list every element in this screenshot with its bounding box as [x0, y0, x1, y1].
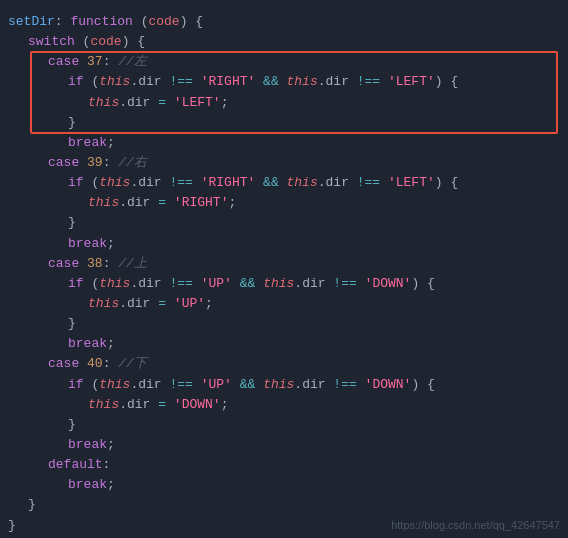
token-punct: } — [68, 417, 76, 432]
token-prop: .dir — [119, 195, 158, 210]
token-punct — [79, 54, 87, 69]
token-punct: ( — [84, 74, 100, 89]
token-punct: : — [103, 155, 119, 170]
code-line: break; — [0, 133, 568, 153]
token-param: code — [148, 14, 179, 29]
code-line: } — [0, 113, 568, 133]
token-str-pink: 'DOWN' — [365, 377, 412, 392]
token-punct — [79, 155, 87, 170]
token-punct — [380, 74, 388, 89]
code-line: case 38: //上 — [0, 254, 568, 274]
token-prop: .dir — [318, 74, 357, 89]
token-op: !== — [169, 175, 192, 190]
token-punct: } — [68, 316, 76, 331]
token-this: this — [99, 276, 130, 291]
token-punct — [232, 276, 240, 291]
token-punct: } — [8, 518, 16, 533]
code-line: } — [0, 314, 568, 334]
token-kw: function — [70, 14, 132, 29]
token-prop: .dir — [119, 95, 158, 110]
token-punct — [79, 356, 87, 371]
token-this: this — [263, 377, 294, 392]
token-op: && — [263, 74, 279, 89]
code-line: break; — [0, 234, 568, 254]
token-this: this — [88, 397, 119, 412]
token-punct: ; — [107, 236, 115, 251]
token-prop: .dir — [130, 377, 169, 392]
token-op: !== — [333, 377, 356, 392]
token-punct: } — [68, 115, 76, 130]
token-str-pink: 'LEFT' — [388, 175, 435, 190]
token-op: = — [158, 95, 166, 110]
token-punct: ; — [107, 135, 115, 150]
token-punct: : — [55, 14, 71, 29]
token-comment: //左 — [118, 54, 147, 69]
token-kw: break — [68, 437, 107, 452]
token-op: = — [158, 397, 166, 412]
token-num: 38 — [87, 256, 103, 271]
token-punct — [79, 256, 87, 271]
token-this: this — [88, 195, 119, 210]
token-punct — [166, 397, 174, 412]
token-punct — [166, 296, 174, 311]
token-param: code — [90, 34, 121, 49]
token-punct: ; — [205, 296, 213, 311]
token-this: this — [287, 74, 318, 89]
token-punct: } — [68, 215, 76, 230]
token-kw: default — [48, 457, 103, 472]
token-punct — [193, 74, 201, 89]
token-punct — [357, 377, 365, 392]
token-punct: ( — [75, 34, 91, 49]
token-punct: ) { — [411, 377, 434, 392]
token-comment: //右 — [118, 155, 147, 170]
token-str-pink: 'DOWN' — [365, 276, 412, 291]
code-line: this.dir = 'DOWN'; — [0, 395, 568, 415]
token-prop: .dir — [130, 276, 169, 291]
token-str-pink: 'RIGHT' — [201, 74, 256, 89]
token-kw: if — [68, 276, 84, 291]
token-punct: ; — [221, 95, 229, 110]
token-punct — [193, 276, 201, 291]
token-kw: break — [68, 477, 107, 492]
token-prop: .dir — [119, 296, 158, 311]
code-line: case 37: //左 — [0, 52, 568, 72]
token-punct — [193, 175, 201, 190]
token-this: this — [287, 175, 318, 190]
token-prop: .dir — [130, 74, 169, 89]
token-punct: ; — [228, 195, 236, 210]
token-fn: setDir — [8, 14, 55, 29]
code-line: if (this.dir !== 'UP' && this.dir !== 'D… — [0, 375, 568, 395]
code-line: setDir: function (code) { — [0, 12, 568, 32]
token-punct: ) { — [411, 276, 434, 291]
token-op: !== — [169, 276, 192, 291]
token-comment: //下 — [118, 356, 147, 371]
token-kw: break — [68, 336, 107, 351]
token-punct — [279, 175, 287, 190]
token-punct: ( — [84, 276, 100, 291]
token-kw: case — [48, 356, 79, 371]
code-line: break; — [0, 334, 568, 354]
token-str-pink: 'DOWN' — [174, 397, 221, 412]
token-punct: : — [103, 54, 119, 69]
token-str-pink: 'UP' — [201, 276, 232, 291]
token-punct: : — [103, 356, 119, 371]
token-kw: case — [48, 256, 79, 271]
token-str-pink: 'LEFT' — [174, 95, 221, 110]
code-line: break; — [0, 475, 568, 495]
code-line: } — [0, 415, 568, 435]
code-line: if (this.dir !== 'UP' && this.dir !== 'D… — [0, 274, 568, 294]
token-op: && — [263, 175, 279, 190]
token-punct — [166, 95, 174, 110]
code-line: if (this.dir !== 'RIGHT' && this.dir !==… — [0, 173, 568, 193]
token-op: && — [240, 276, 256, 291]
token-punct: ) { — [435, 175, 458, 190]
token-kw: case — [48, 54, 79, 69]
token-op: = — [158, 195, 166, 210]
token-op: !== — [169, 377, 192, 392]
token-this: this — [88, 95, 119, 110]
code-line: this.dir = 'RIGHT'; — [0, 193, 568, 213]
code-container: setDir: function (code) {switch (code) {… — [0, 8, 568, 538]
token-punct: } — [28, 497, 36, 512]
token-prop: .dir — [294, 377, 333, 392]
token-str-pink: 'RIGHT' — [174, 195, 229, 210]
